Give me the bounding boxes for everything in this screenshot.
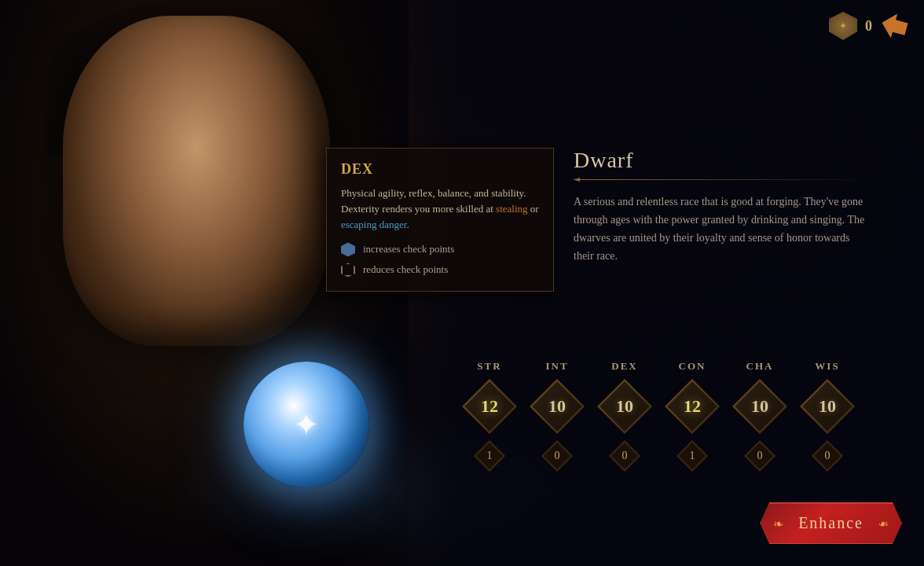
magic-orb: [244, 362, 369, 487]
bonus-value-wis: 0: [825, 450, 830, 462]
stat-diamond-int[interactable]: 10: [530, 379, 585, 434]
stat-column-con: CON 12 1: [665, 360, 720, 472]
bonus-diamond-wis[interactable]: 0: [812, 440, 843, 472]
bonus-value-dex: 0: [622, 450, 628, 462]
tooltip-link-escape: escaping danger: [341, 219, 406, 230]
char-face: [63, 16, 330, 346]
race-panel: Dwarf A serious and relentless race that…: [574, 148, 872, 265]
stat-column-cha: CHA 10 0: [732, 360, 787, 472]
race-title: Dwarf: [574, 148, 872, 173]
diamond-inner: 10: [801, 380, 853, 432]
stat-value-int: 10: [548, 396, 566, 417]
tooltip-line2: Dexterity renders you more skilled at: [341, 203, 493, 215]
diamond-inner: 10: [599, 380, 651, 432]
tooltip-title: DEX: [341, 161, 539, 178]
tooltip-period: .: [406, 219, 409, 230]
legend-item-increase: increases check points: [341, 242, 539, 256]
bonus-value-str: 1: [487, 450, 493, 462]
stat-column-wis: WIS 10 0: [800, 360, 855, 472]
stat-diamond-wis[interactable]: 10: [800, 379, 855, 434]
top-right-icons: ✦ 0: [829, 12, 908, 40]
diamond-inner: 12: [464, 380, 515, 432]
bonus-diamond-int[interactable]: 0: [541, 440, 573, 472]
bonus-diamond-con[interactable]: 1: [676, 440, 708, 472]
legend-item-reduce: reduces check points: [341, 263, 539, 277]
bonus-diamond-cha[interactable]: 0: [744, 440, 776, 472]
dex-tooltip: DEX Physical agility, reflex, balance, a…: [326, 148, 554, 292]
bonus-inner: 0: [610, 442, 639, 470]
stat-diamond-str[interactable]: 12: [462, 379, 517, 434]
diamond-inner: 10: [531, 380, 583, 432]
bonus-inner: 1: [475, 442, 504, 470]
stat-column-dex: DEX 10 0: [597, 360, 652, 472]
stat-value-wis: 10: [819, 396, 836, 417]
stat-column-str: STR 12 1: [462, 360, 517, 472]
bonus-value-con: 1: [690, 450, 695, 462]
diamond-inner: 10: [734, 380, 786, 432]
stat-diamond-dex[interactable]: 10: [597, 379, 652, 434]
stat-value-str: 12: [481, 396, 498, 417]
stat-column-int: INT 10 0: [530, 360, 585, 472]
bonus-diamond-dex[interactable]: 0: [609, 440, 640, 472]
diamond-inner: 12: [666, 380, 718, 432]
stat-label-int: INT: [545, 360, 568, 373]
outline-diamond-icon: [341, 263, 355, 277]
enhance-button[interactable]: Enhance: [760, 502, 902, 544]
enhance-button-container: Enhance: [760, 502, 902, 544]
stat-value-con: 12: [684, 396, 701, 417]
icon-count: 0: [865, 18, 872, 35]
navigation-arrow-icon[interactable]: [874, 6, 913, 45]
tooltip-line1: Physical agility, reflex, balance, and s…: [341, 187, 526, 199]
stat-value-cha: 10: [751, 396, 768, 417]
svg-marker-0: [878, 10, 909, 41]
stat-value-dex: 10: [616, 396, 633, 417]
shield-icon[interactable]: ✦: [829, 12, 857, 40]
stats-area: STR 12 1 INT 10 0 DEX: [409, 360, 908, 472]
bonus-value-cha: 0: [757, 450, 763, 462]
bonus-inner: 0: [813, 442, 842, 470]
stat-label-dex: DEX: [611, 360, 637, 373]
stat-label-str: STR: [477, 360, 501, 373]
tooltip-legend: increases check points reduces check poi…: [341, 242, 539, 277]
stat-diamond-con[interactable]: 12: [665, 379, 720, 434]
tooltip-link-stealing: stealing: [496, 203, 527, 215]
stat-label-cha: CHA: [746, 360, 774, 373]
legend-reduce-label: reduces check points: [363, 263, 448, 276]
legend-increase-label: increases check points: [363, 243, 454, 255]
bonus-diamond-str[interactable]: 1: [474, 440, 505, 472]
race-description: A serious and relentless race that is go…: [574, 193, 872, 265]
stat-diamond-cha[interactable]: 10: [732, 379, 787, 434]
race-divider: [574, 179, 872, 180]
bonus-value-int: 0: [555, 450, 560, 462]
solid-diamond-icon: [341, 242, 355, 256]
bonus-inner: 1: [678, 442, 706, 470]
tooltip-connector: or: [528, 203, 539, 215]
stat-label-con: CON: [679, 360, 706, 373]
stat-label-wis: WIS: [815, 360, 839, 373]
bonus-inner: 0: [746, 442, 774, 470]
tooltip-body: Physical agility, reflex, balance, and s…: [341, 186, 539, 233]
bonus-inner: 0: [543, 442, 571, 470]
